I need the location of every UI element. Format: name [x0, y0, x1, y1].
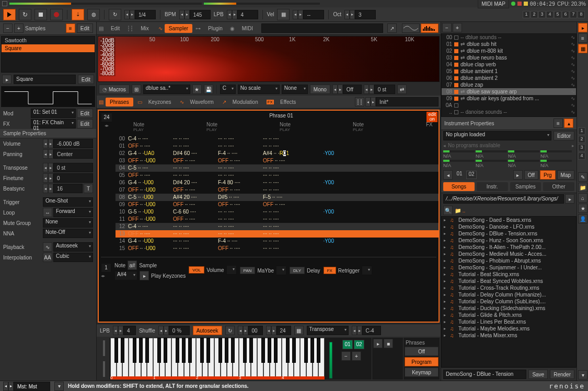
phrases-keymap[interactable]: Keymap	[405, 368, 439, 377]
props-expand[interactable]: ▴	[564, 119, 573, 128]
oct-spinner[interactable]: ◂▸3	[344, 10, 376, 19]
volume-spinner[interactable]: ◂▸-6.000 dB	[43, 139, 93, 148]
file-row[interactable]: ▸♫Tutorial - Beat Synced Wobbles.xrns	[442, 278, 576, 285]
song-name-input[interactable]: DemoSong - DBlue - Tension	[443, 370, 526, 379]
sample-item-square[interactable]: Square	[2, 44, 95, 52]
phrase-pad-01[interactable]: 01	[342, 340, 353, 349]
keyboard-vel-button[interactable]: ▦	[277, 9, 290, 20]
vol-mode[interactable]	[226, 265, 237, 275]
file-row[interactable]: ▸♫Tutorial - Delay Column (Humanize)...	[442, 291, 576, 298]
route-button[interactable]: ⇄	[397, 85, 407, 94]
search-input[interactable]	[261, 23, 383, 33]
render-button[interactable]: Render	[550, 370, 574, 379]
mod-select[interactable]: 01: Set 01	[31, 109, 76, 118]
piano-key-black[interactable]	[274, 338, 278, 363]
sample-edit-button[interactable]: Edit	[78, 75, 94, 84]
metronome-button[interactable]: ◍	[87, 9, 100, 20]
phrase-play[interactable]: ▸	[373, 339, 383, 348]
preset-prev[interactable]: ⊞	[132, 85, 141, 94]
trigger-select[interactable]: One-Shot	[43, 197, 93, 207]
loop-phrase[interactable]: ↻	[225, 326, 235, 335]
mutegroup-select[interactable]: None	[43, 218, 93, 228]
rtool-user[interactable]: 👤	[578, 214, 587, 223]
file-row[interactable]: ▸♫Tutorial - Meta Mixer.xrns	[442, 332, 576, 339]
spectrum-analyzer[interactable]: -10dB-20dB-30dB-40dB-50dB-60dB-70dB-80dB…	[98, 36, 440, 82]
len-spinner[interactable]: ◂▸24	[266, 326, 291, 335]
transpose-spinner[interactable]: ◂▸0 st	[43, 163, 93, 172]
phrases-program[interactable]: Program	[405, 357, 439, 366]
piano-key-black[interactable]	[176, 338, 179, 363]
follow-button[interactable]: ⇣	[72, 9, 84, 20]
instrument-row[interactable]: 07dblue zap∿	[442, 81, 576, 88]
scale-root[interactable]: C	[220, 85, 236, 94]
macro-slider[interactable]: N/A	[540, 160, 572, 168]
piano-key-black[interactable]	[218, 338, 222, 363]
phrase-mode[interactable]: Transpose	[307, 326, 349, 335]
base-note-spinner[interactable]: ◂▸C-4	[352, 326, 381, 335]
piano-key-black[interactable]	[206, 338, 210, 363]
beatsync-mode[interactable]: T	[84, 184, 93, 193]
playback-wave-button[interactable]: ∿	[43, 242, 52, 252]
macro-slider[interactable]: N/A	[443, 150, 475, 159]
file-row[interactable]: ▸♫DemoSong - Hunz - Soon Soon.xrns	[442, 237, 576, 244]
fx-select[interactable]: 01: FX Chain 01	[31, 119, 76, 128]
instrument-row[interactable]: ..-- danoise sounds --∿	[442, 109, 576, 115]
piano-key-black[interactable]	[286, 338, 290, 363]
file-row[interactable]: ▸♫DemoSong - Daed - Bears.xrns	[442, 217, 576, 223]
preset-fav[interactable]: ★	[192, 85, 202, 94]
file-row[interactable]: ▸♫DemoSong - It-Alien - ThePath 2.00...	[442, 244, 576, 251]
file-row[interactable]: ▸♫Tutorial - Delay Column (SubLines)....	[442, 298, 576, 305]
rtool-1[interactable]: ≡	[578, 33, 587, 43]
lpb-spinner[interactable]: ◂▸4	[227, 10, 258, 19]
col-count[interactable]: 1	[101, 263, 111, 272]
interp-aa-button[interactable]: AA	[43, 253, 52, 262]
piano-key-black[interactable]	[133, 338, 136, 363]
phrase-list-view[interactable]: ┆┆	[355, 97, 364, 106]
detach-button[interactable]: ↗	[387, 23, 397, 33]
instrument-row[interactable]: 06dblue ambient 2∿	[442, 75, 576, 81]
pan-tag[interactable]: PAN	[240, 267, 256, 274]
subtab-effects[interactable]: Effects	[276, 98, 300, 106]
nna-select[interactable]: Note-Off	[43, 229, 93, 238]
piano-key-black[interactable]	[310, 338, 314, 363]
macro-slider[interactable]: N/A	[508, 150, 539, 159]
props-collapse[interactable]: ≡	[554, 119, 563, 128]
macro-slider[interactable]: N/A	[476, 160, 507, 168]
phrase-pad-02[interactable]: 02	[354, 340, 364, 349]
inst-add[interactable]: +	[453, 23, 462, 32]
autoseek-button[interactable]: Autoseek	[193, 326, 222, 335]
piano-key-black[interactable]	[225, 338, 228, 363]
tab-sampler[interactable]: Sampler	[165, 24, 192, 33]
playback-select[interactable]: Autoseek	[53, 242, 93, 252]
plpb-spinner[interactable]: ◂▸4	[113, 326, 136, 335]
file-row[interactable]: ▸♫Tutorial - Cross-Track Routing.xrns	[442, 285, 576, 291]
sample-list[interactable]: Sawtooth Square	[1, 36, 95, 73]
macro-next[interactable]: ▸	[513, 170, 523, 180]
fx-edit[interactable]: Edit	[77, 119, 93, 128]
tab-edit[interactable]: Edit	[107, 24, 124, 33]
sample-name-input[interactable]: Square	[14, 75, 76, 84]
plugin-editor-button[interactable]: Editor	[554, 131, 574, 140]
piano-key-black[interactable]	[200, 338, 204, 363]
tab-plugin[interactable]: Plugin	[204, 24, 227, 33]
plugin-select[interactable]: No plugin loaded	[443, 131, 551, 140]
play-pattern-button[interactable]	[19, 9, 31, 20]
scope-spectrum-button[interactable]	[421, 23, 439, 33]
piano-key-black[interactable]	[231, 338, 235, 363]
scope-wave-button[interactable]	[402, 23, 420, 33]
instrument-row[interactable]: 08⇄dblue saw square arp∿	[442, 88, 576, 95]
instrument-row[interactable]: 02⇄dblue rn-808 kit∿	[442, 48, 576, 54]
lines-input[interactable]: 24	[101, 113, 112, 122]
interp-select[interactable]: Cubic	[53, 253, 93, 262]
chord-select[interactable]: None	[282, 85, 308, 94]
piano-key-black[interactable]	[182, 338, 186, 363]
instrument-row[interactable]: 04dblue clap verb∿	[442, 61, 576, 68]
browser-search[interactable]: 🔍	[443, 206, 453, 215]
mono-button[interactable]: Mono	[310, 85, 330, 94]
browser-tab-instr[interactable]: Instr.	[477, 182, 508, 191]
macro-off[interactable]: Off	[524, 170, 538, 180]
sample-add-button[interactable]: +	[14, 23, 24, 33]
rtool-star[interactable]: ★	[578, 204, 587, 213]
macro-slider[interactable]: N/A	[476, 150, 507, 159]
rtool-play[interactable]: ▸	[578, 23, 587, 32]
